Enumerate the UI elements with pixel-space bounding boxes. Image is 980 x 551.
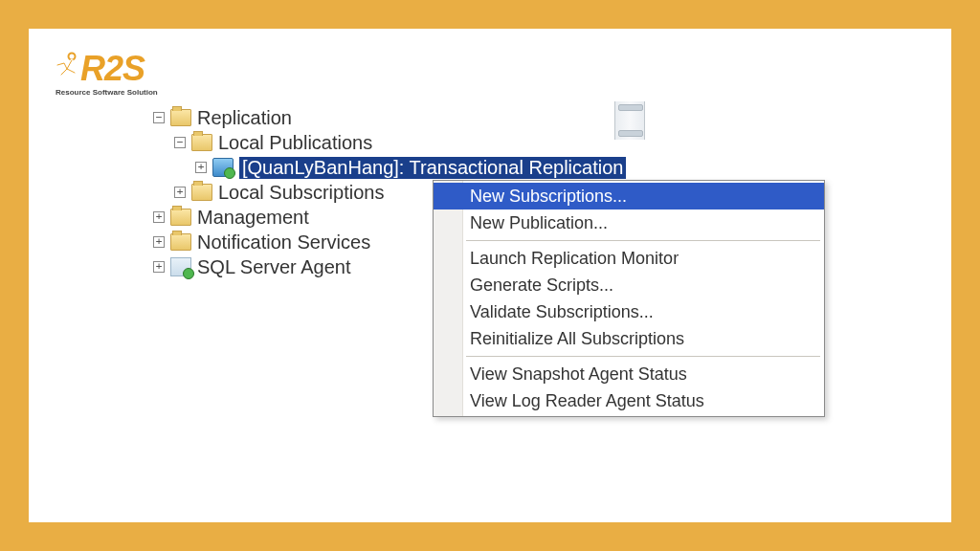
context-menu: New Subscriptions...New Publication...La… <box>433 180 825 417</box>
tree-node[interactable]: −Local Publications <box>153 130 626 155</box>
context-menu-item[interactable]: View Snapshot Agent Status <box>434 361 824 387</box>
folder-icon <box>170 233 191 251</box>
expand-toggle-icon[interactable]: + <box>153 211 165 223</box>
context-menu-item[interactable]: New Publication... <box>434 209 824 236</box>
context-menu-item[interactable]: New Subscriptions... <box>434 183 824 209</box>
tree-node[interactable]: −Replication <box>153 105 626 130</box>
expand-toggle-icon[interactable]: + <box>174 187 186 198</box>
collapse-toggle-icon[interactable]: − <box>174 137 186 148</box>
context-menu-separator <box>466 356 820 357</box>
collapse-toggle-icon[interactable]: − <box>153 112 165 123</box>
context-menu-separator <box>466 240 820 241</box>
expand-toggle-icon[interactable]: + <box>195 162 207 173</box>
logo-text: R2S <box>56 52 158 86</box>
publication-icon <box>212 158 234 177</box>
tree-node-label: Notification Services <box>197 231 370 253</box>
tree-node[interactable]: +[QuanLyBanHang]: Transactional Replicat… <box>153 155 626 180</box>
expand-toggle-icon[interactable]: + <box>153 261 165 273</box>
context-menu-item[interactable]: Launch Replication Monitor <box>434 245 824 272</box>
folder-icon <box>191 184 212 201</box>
logo-tagline: Resource Software Solution <box>56 88 158 97</box>
context-menu-item[interactable]: View Log Reader Agent Status <box>434 387 824 414</box>
svg-point-0 <box>69 54 76 60</box>
tree-node-label: Replication <box>197 107 292 129</box>
expand-toggle-icon[interactable]: + <box>153 236 165 248</box>
logo: R2S Resource Software Solution <box>56 52 158 97</box>
context-menu-item[interactable]: Reinitialize All Subscriptions <box>434 325 824 352</box>
tree-node-label: SQL Server Agent <box>197 256 350 278</box>
tree-node-label: Local Subscriptions <box>218 182 384 204</box>
scrollbar-fragment[interactable] <box>614 101 645 140</box>
running-person-icon <box>56 52 80 84</box>
folder-icon <box>191 134 212 151</box>
folder-icon <box>170 209 191 226</box>
folder-icon <box>170 109 191 126</box>
tree-node-label: [QuanLyBanHang]: Transactional Replicati… <box>239 157 626 179</box>
tree-node-label: Management <box>197 207 309 229</box>
tree-node-label: Local Publications <box>218 132 372 154</box>
context-menu-item[interactable]: Generate Scripts... <box>434 272 824 298</box>
sql-agent-icon <box>170 257 191 276</box>
context-menu-item[interactable]: Validate Subscriptions... <box>434 298 824 325</box>
